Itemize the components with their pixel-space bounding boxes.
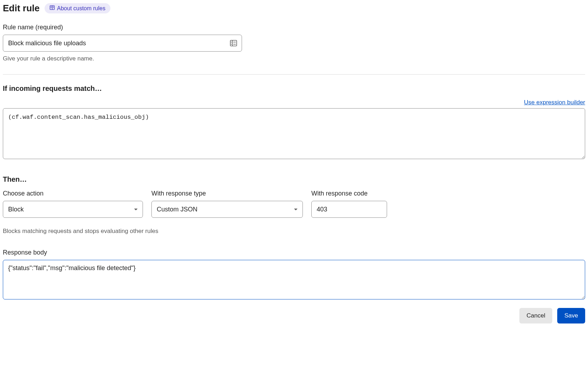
section-divider xyxy=(3,74,585,75)
match-section-title: If incoming requests match… xyxy=(3,84,585,93)
form-icon xyxy=(230,40,237,46)
response-body-input[interactable]: {"status":"fail","msg":"malicious file d… xyxy=(3,260,585,299)
action-select[interactable]: Block xyxy=(3,201,143,218)
book-icon xyxy=(50,5,55,12)
about-link-label: About custom rules xyxy=(57,5,105,12)
response-code-column: With response code xyxy=(311,190,387,218)
match-section: If incoming requests match… Use expressi… xyxy=(3,84,585,161)
svg-rect-6 xyxy=(230,40,237,46)
response-type-column: With response type Custom JSON xyxy=(151,190,303,218)
action-description: Blocks matching requests and stops evalu… xyxy=(3,228,585,235)
expression-toolbar: Use expression builder xyxy=(3,99,585,106)
about-custom-rules-link[interactable]: About custom rules xyxy=(45,3,110,13)
action-column: Choose action Block xyxy=(3,190,143,218)
action-select-wrapper: Block xyxy=(3,201,143,218)
rule-name-input[interactable] xyxy=(3,35,242,52)
rule-name-label: Rule name (required) xyxy=(3,24,585,31)
rule-name-input-wrapper xyxy=(3,35,242,52)
response-type-select-wrapper: Custom JSON xyxy=(151,201,303,218)
svg-point-11 xyxy=(231,44,232,45)
rule-name-group: Rule name (required) Give your rule a de… xyxy=(3,24,585,62)
response-body-section: Response body {"status":"fail","msg":"ma… xyxy=(3,249,585,301)
then-section-title: Then… xyxy=(3,175,585,183)
page-header: Edit rule About custom rules xyxy=(3,3,585,14)
save-button[interactable]: Save xyxy=(557,308,585,323)
svg-point-10 xyxy=(231,42,232,42)
rule-name-help: Give your rule a descriptive name. xyxy=(3,55,585,62)
response-type-select[interactable]: Custom JSON xyxy=(151,201,303,218)
response-code-label: With response code xyxy=(311,190,387,197)
then-section: Then… Choose action Block With response … xyxy=(3,175,585,235)
response-type-label: With response type xyxy=(151,190,303,197)
action-label: Choose action xyxy=(3,190,143,197)
response-body-label: Response body xyxy=(3,249,585,256)
action-row: Choose action Block With response type C… xyxy=(3,190,585,218)
response-code-input[interactable] xyxy=(311,201,387,218)
footer-actions: Cancel Save xyxy=(3,308,585,323)
cancel-button[interactable]: Cancel xyxy=(519,308,552,323)
page-title: Edit rule xyxy=(3,3,40,14)
expression-input[interactable]: (cf.waf.content_scan.has_malicious_obj) xyxy=(3,108,585,159)
use-expression-builder-link[interactable]: Use expression builder xyxy=(524,99,585,106)
